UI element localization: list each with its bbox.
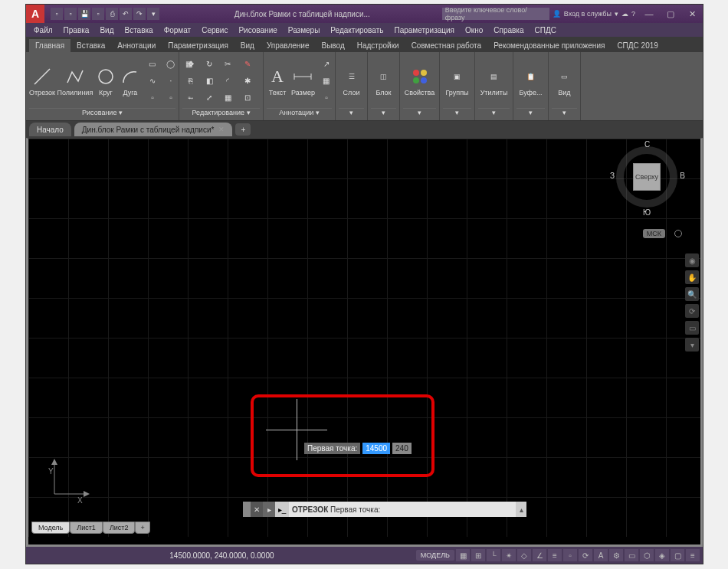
tool-table-icon[interactable]: ▦ <box>318 74 335 89</box>
cmd-history-icon[interactable]: ▴ <box>516 502 526 517</box>
tool-ellipse-icon[interactable]: ◯ <box>162 57 179 72</box>
wcs-badge[interactable]: МСК <box>643 229 665 238</box>
qat-saveas-icon[interactable]: ▫ <box>92 8 104 20</box>
ribbon-tab-home[interactable]: Главная <box>29 39 71 52</box>
tool-line[interactable]: Отрезок <box>29 66 55 96</box>
tool-circle[interactable]: Круг <box>95 66 116 96</box>
tool-arc[interactable]: Дуга <box>120 66 141 96</box>
minimize-button[interactable]: — <box>638 6 660 21</box>
nav-zoom-icon[interactable]: 🔍 <box>685 287 699 301</box>
menu-param[interactable]: Параметризация <box>389 26 459 34</box>
ribbon-tab-annotate[interactable]: Аннотации <box>111 39 162 52</box>
qat-save-icon[interactable]: 💾 <box>78 8 90 20</box>
sb-otrack-icon[interactable]: ∠ <box>533 549 546 561</box>
tool-groups[interactable]: ▣Группы <box>443 66 471 96</box>
command-line[interactable]: ✕ ▸ ▸_ ОТРЕЗОК Первая точка: ▴ <box>243 502 526 517</box>
menu-edit[interactable]: Правка <box>59 26 94 34</box>
nav-pan-icon[interactable]: ✋ <box>685 270 699 284</box>
panel-title-annot[interactable]: Аннотации ▾ <box>267 108 332 119</box>
sb-iso-icon[interactable]: ⬡ <box>640 549 654 561</box>
tool-leader-icon[interactable]: ↗ <box>318 57 335 72</box>
tool-stretch-icon[interactable]: ↔ <box>182 90 199 106</box>
viewcube[interactable]: Сверху С Ю В З <box>616 146 677 208</box>
sb-custom-icon[interactable]: ≡ <box>686 549 700 561</box>
menu-format[interactable]: Формат <box>159 26 196 34</box>
tool-fillet-icon[interactable]: ◜ <box>219 74 236 89</box>
tool-dimension[interactable]: Размер <box>291 66 315 96</box>
tool-mirror-icon[interactable]: ◧ <box>201 74 218 89</box>
tool-mtext-icon[interactable]: ▫ <box>318 90 335 106</box>
panel-title-draw[interactable]: Рисование ▾ <box>29 108 175 119</box>
qat-more-icon[interactable]: ▾ <box>147 8 159 20</box>
tool-rotate-icon[interactable]: ↻ <box>201 57 218 72</box>
login-link[interactable]: Вход в службы <box>564 10 612 18</box>
sb-grid-icon[interactable]: ▦ <box>456 549 470 561</box>
tool-copy-icon[interactable]: ⎘ <box>182 74 199 89</box>
ribbon-tab-output[interactable]: Вывод <box>316 39 351 52</box>
ribbon-tab-spds[interactable]: СПДС 2019 <box>611 39 664 52</box>
ribbon-tab-manage[interactable]: Управление <box>261 39 316 52</box>
ribbon-tab-param[interactable]: Параметризация <box>162 39 234 52</box>
tool-more1-icon[interactable]: ▫ <box>144 90 161 106</box>
tool-view[interactable]: ▭Вид <box>552 66 577 96</box>
menu-help[interactable]: Справка <box>489 26 528 34</box>
tool-block[interactable]: ◫Блок <box>371 66 396 96</box>
cmd-close-icon[interactable]: ✕ <box>251 502 263 517</box>
layout-tab-2[interactable]: Лист2 <box>103 522 136 534</box>
doc-tab-start[interactable]: Начало <box>29 123 71 136</box>
menu-window[interactable]: Окно <box>461 26 487 34</box>
add-tab-button[interactable]: + <box>235 123 251 136</box>
sb-lwt-icon[interactable]: ≡ <box>548 549 562 561</box>
menu-spds[interactable]: СПДС <box>530 26 561 34</box>
menu-view[interactable]: Вид <box>95 26 118 34</box>
qat-open-icon[interactable]: ▫ <box>64 8 77 20</box>
cmd-recent-icon[interactable]: ▸ <box>263 502 275 517</box>
user-icon[interactable]: 👤 <box>553 10 561 18</box>
menu-modify[interactable]: Редактировать <box>326 26 388 34</box>
nav-wheel-icon[interactable]: ◉ <box>685 253 699 267</box>
nav-show-icon[interactable]: ▭ <box>685 321 699 335</box>
tool-utilities[interactable]: ▤Утилиты <box>478 66 510 96</box>
menu-file[interactable]: Файл <box>29 26 57 34</box>
qat-plot-icon[interactable]: ⎙ <box>106 8 118 20</box>
nav-orbit-icon[interactable]: ⟳ <box>685 304 699 318</box>
sb-hw-icon[interactable]: ◈ <box>655 549 669 561</box>
layout-tab-1[interactable]: Лист1 <box>70 522 103 534</box>
help-icon[interactable]: ? <box>631 10 635 18</box>
close-tab-icon[interactable]: ✕ <box>218 126 225 133</box>
tool-clipboard[interactable]: 📋Буфе... <box>516 66 545 96</box>
dyn-field-x[interactable]: 14500 <box>362 443 390 454</box>
qat-redo-icon[interactable]: ↷ <box>133 8 146 20</box>
tool-array-icon[interactable]: ▦ <box>219 90 236 106</box>
menu-draw[interactable]: Рисование <box>234 26 281 34</box>
tool-layers[interactable]: ☰Слои <box>339 66 364 96</box>
sb-qs-icon[interactable]: ⟳ <box>579 549 592 561</box>
wcs-dropdown-icon[interactable] <box>674 230 682 237</box>
doc-tab-active[interactable]: Дин.блок Рамки с таблицей надписи*✕ <box>74 123 233 136</box>
ribbon-tab-view[interactable]: Вид <box>234 39 261 52</box>
sb-snap-icon[interactable]: ⊞ <box>471 549 485 561</box>
tool-rect-icon[interactable]: ▭ <box>144 57 161 72</box>
tool-trim-icon[interactable]: ✂ <box>219 57 236 72</box>
maximize-button[interactable]: ▢ <box>660 6 681 21</box>
viewcube-w[interactable]: З <box>610 172 615 180</box>
tool-erase-icon[interactable]: ✎ <box>239 57 256 72</box>
sb-polar-icon[interactable]: ✴ <box>502 549 516 561</box>
sb-ortho-icon[interactable]: └ <box>487 549 500 561</box>
tool-scale-icon[interactable]: ⤢ <box>201 90 218 106</box>
panel-title-modify[interactable]: Редактирование ▾ <box>182 108 260 119</box>
layout-tab-add[interactable]: + <box>135 522 149 534</box>
app-logo[interactable]: A <box>26 5 44 23</box>
viewcube-e[interactable]: В <box>680 172 685 180</box>
close-button[interactable]: ✕ <box>681 6 703 21</box>
menu-tools[interactable]: Сервис <box>197 26 232 34</box>
sb-ws-icon[interactable]: ⚙ <box>609 549 623 561</box>
qat-undo-icon[interactable]: ↶ <box>120 8 132 20</box>
ribbon-tab-insert[interactable]: Вставка <box>71 39 111 52</box>
sb-transp-icon[interactable]: ▫ <box>563 549 577 561</box>
tool-offset-icon[interactable]: ⊡ <box>239 90 256 106</box>
drawing-canvas[interactable]: // grid lines will be drawn after, but p… <box>26 138 703 547</box>
tool-move-icon[interactable]: ✥ <box>182 57 199 72</box>
ribbon-tab-featured[interactable]: Рекомендованные приложения <box>487 39 611 52</box>
layout-tab-model[interactable]: Модель <box>31 522 70 534</box>
